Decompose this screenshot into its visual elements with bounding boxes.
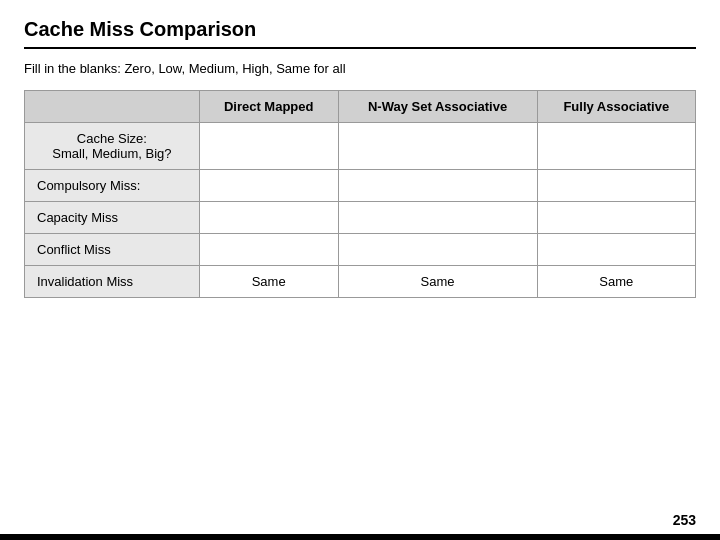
conflict-fully xyxy=(537,234,695,266)
table-row: Cache Size: Small, Medium, Big? xyxy=(25,123,696,170)
cache-size-nway xyxy=(338,123,537,170)
row-label-conflict: Conflict Miss xyxy=(25,234,200,266)
comparison-table: Direct Mapped N-Way Set Associative Full… xyxy=(24,90,696,298)
bottom-bar xyxy=(0,534,720,540)
page-number: 253 xyxy=(673,512,696,528)
row-label-compulsory: Compulsory Miss: xyxy=(25,170,200,202)
page-title: Cache Miss Comparison xyxy=(24,18,696,49)
capacity-direct xyxy=(199,202,338,234)
row-label-cache-size: Cache Size: Small, Medium, Big? xyxy=(25,123,200,170)
table-row: Capacity Miss xyxy=(25,202,696,234)
table-container: Direct Mapped N-Way Set Associative Full… xyxy=(24,90,696,522)
header-fully: Fully Associative xyxy=(537,91,695,123)
cache-size-direct xyxy=(199,123,338,170)
row-label-capacity: Capacity Miss xyxy=(25,202,200,234)
invalidation-direct: Same xyxy=(199,266,338,298)
table-row: Conflict Miss xyxy=(25,234,696,266)
table-row: Compulsory Miss: xyxy=(25,170,696,202)
header-direct-mapped: Direct Mapped xyxy=(199,91,338,123)
table-row: Invalidation Miss Same Same Same xyxy=(25,266,696,298)
capacity-nway xyxy=(338,202,537,234)
compulsory-direct xyxy=(199,170,338,202)
page-subtitle: Fill in the blanks: Zero, Low, Medium, H… xyxy=(24,61,696,76)
cache-size-line1: Cache Size: xyxy=(77,131,147,146)
cache-size-fully xyxy=(537,123,695,170)
header-row-label xyxy=(25,91,200,123)
invalidation-fully: Same xyxy=(537,266,695,298)
header-nway: N-Way Set Associative xyxy=(338,91,537,123)
capacity-fully xyxy=(537,202,695,234)
compulsory-nway xyxy=(338,170,537,202)
invalidation-nway: Same xyxy=(338,266,537,298)
conflict-nway xyxy=(338,234,537,266)
compulsory-fully xyxy=(537,170,695,202)
conflict-direct xyxy=(199,234,338,266)
row-label-invalidation: Invalidation Miss xyxy=(25,266,200,298)
cache-size-line2: Small, Medium, Big? xyxy=(52,146,171,161)
page-container: Cache Miss Comparison Fill in the blanks… xyxy=(0,0,720,540)
